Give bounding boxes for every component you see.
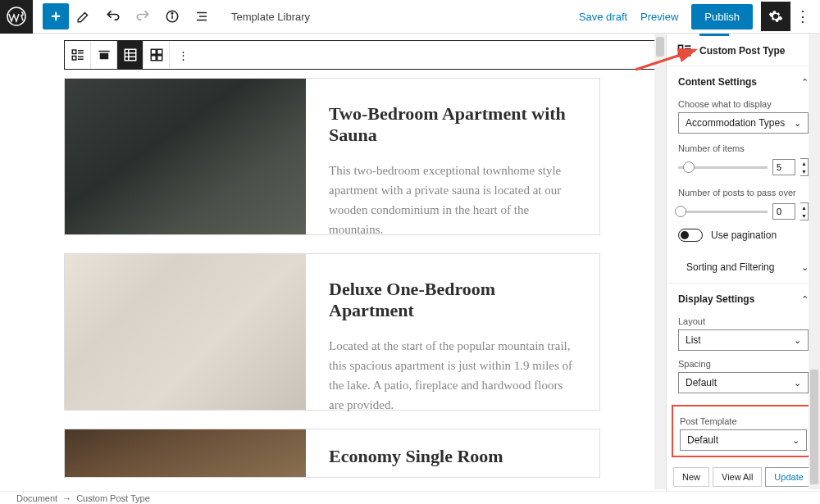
sorting-filtering-toggle[interactable]: Sorting and Filtering ⌄ [667, 252, 820, 283]
svg-rect-20 [157, 49, 162, 54]
breadcrumb-block[interactable]: Custom Post Type [76, 493, 150, 503]
preview-button[interactable]: Preview [640, 11, 678, 23]
breadcrumb-document[interactable]: Document [16, 493, 57, 503]
listing-card: Economy Single Room [64, 429, 600, 478]
undo-icon[interactable] [98, 2, 128, 31]
listing-card: Deluxe One-Bedroom Apartment Located at … [64, 253, 600, 411]
block-more-icon[interactable]: ⋮ [170, 41, 196, 69]
display-settings-header[interactable]: Display Settings ⌃ [667, 283, 820, 311]
pagination-label: Use pagination [711, 229, 777, 241]
listing-body: Economy Single Room [306, 429, 599, 477]
select-value: List [686, 334, 701, 346]
select-value: Default [686, 377, 717, 388]
update-button[interactable]: Update [765, 467, 812, 487]
svg-rect-26 [679, 52, 683, 57]
template-buttons: New View All Update [667, 465, 820, 488]
info-icon[interactable] [157, 2, 187, 31]
listing-title: Deluxe One-Bedroom Apartment [329, 279, 576, 321]
num-items-spinner[interactable]: ▲▼ [800, 158, 809, 176]
chevron-up-icon: ⌃ [801, 77, 809, 88]
num-items-slider[interactable] [678, 166, 768, 169]
pass-over-input[interactable] [772, 203, 795, 220]
listing-description: This two-bedroom exceptional townhome st… [329, 161, 576, 239]
svg-rect-14 [100, 54, 107, 59]
listing-body: Two-Bedroom Apartment with Sauna This tw… [306, 79, 599, 234]
listing-card: Two-Bedroom Apartment with Sauna This tw… [64, 78, 600, 235]
content-settings-body: Choose what to display Accommodation Typ… [667, 99, 820, 252]
settings-gear-button[interactable] [761, 2, 790, 31]
select-value: Accommodation Types [686, 117, 785, 129]
num-items-label: Number of items [678, 143, 809, 153]
sort-filter-label: Sorting and Filtering [678, 261, 774, 273]
block-type-icon[interactable] [65, 41, 91, 69]
editor-topbar: + Template Library Save draft Preview Pu… [0, 0, 820, 34]
chevron-down-icon: ⌄ [794, 335, 801, 346]
svg-rect-15 [125, 49, 136, 61]
listing-title: Economy Single Room [329, 446, 576, 467]
sidebar-scrollbar[interactable] [809, 34, 820, 489]
block-icon [676, 43, 693, 59]
chevron-down-icon: ⌄ [801, 262, 809, 273]
post-template-label: Post Template [680, 416, 807, 426]
listing-thumbnail [65, 254, 306, 410]
editor-canvas: ⋮ Two-Bedroom Apartment with Sauna This … [0, 34, 666, 491]
new-template-button[interactable]: New [673, 467, 709, 487]
chevron-up-icon: ⌃ [801, 294, 809, 305]
settings-sidebar: Custom Post Type Content Settings ⌃ Choo… [666, 34, 820, 491]
content-settings-header[interactable]: Content Settings ⌃ [667, 66, 820, 94]
breadcrumb-bar: Document → Custom Post Type [0, 491, 820, 504]
pass-over-label: Number of posts to pass over [678, 188, 809, 198]
pagination-toggle[interactable] [678, 229, 703, 242]
chevron-down-icon: ⌄ [794, 118, 801, 129]
display-settings-body: Layout List ⌄ Spacing Default ⌄ [667, 316, 820, 403]
svg-rect-7 [72, 50, 76, 54]
highlight-post-template: Post Template Default ⌄ [672, 405, 815, 457]
listing-description: Located at the start of the popular moun… [329, 336, 576, 415]
edit-icon[interactable] [69, 2, 98, 31]
pass-over-slider[interactable] [678, 211, 768, 213]
listing-thumbnail [65, 429, 306, 477]
block-name: Custom Post Type [699, 45, 785, 57]
outline-icon[interactable] [187, 2, 216, 31]
topbar-actions: Save draft Preview Publish ⋮ [579, 2, 820, 31]
wordpress-logo[interactable] [0, 0, 33, 34]
post-template-select[interactable]: Default ⌄ [680, 429, 807, 451]
template-library-link[interactable]: Template Library [231, 11, 310, 23]
svg-point-3 [171, 13, 173, 15]
spacing-label: Spacing [678, 359, 809, 369]
layout-label: Layout [678, 316, 809, 326]
chevron-down-icon: ⌄ [794, 378, 801, 388]
breadcrumb-separator: → [62, 493, 71, 503]
listing-thumbnail [65, 79, 306, 234]
more-menu-icon[interactable]: ⋮ [795, 7, 810, 25]
layout-select[interactable]: List ⌄ [678, 329, 809, 351]
num-items-input[interactable] [772, 159, 795, 175]
canvas-scrollbar[interactable] [654, 34, 666, 489]
section-title: Display Settings [678, 293, 754, 305]
layout-grid-icon[interactable] [144, 41, 170, 69]
add-block-button[interactable]: + [43, 3, 69, 30]
svg-rect-21 [151, 56, 156, 61]
listing-body: Deluxe One-Bedroom Apartment Located at … [306, 254, 599, 410]
layout-list-icon[interactable] [117, 41, 144, 69]
save-draft-button[interactable]: Save draft [579, 11, 627, 23]
display-type-select[interactable]: Accommodation Types ⌄ [678, 112, 809, 134]
view-all-button[interactable]: View All [713, 467, 762, 487]
redo-icon[interactable] [128, 2, 157, 31]
section-title: Content Settings [678, 76, 757, 88]
svg-rect-22 [157, 56, 162, 61]
align-icon[interactable] [91, 41, 117, 69]
svg-rect-23 [679, 45, 683, 49]
listing-title: Two-Bedroom Apartment with Sauna [329, 103, 576, 146]
publish-button[interactable]: Publish [691, 4, 753, 30]
svg-rect-10 [72, 57, 76, 61]
choose-label: Choose what to display [678, 99, 809, 109]
chevron-down-icon: ⌄ [792, 435, 800, 446]
block-header: Custom Post Type [667, 36, 820, 66]
pass-over-spinner[interactable]: ▲▼ [800, 202, 809, 220]
spacing-select[interactable]: Default ⌄ [678, 372, 809, 393]
svg-rect-19 [151, 49, 156, 54]
select-value: Default [687, 434, 718, 446]
block-toolbar: ⋮ [64, 40, 666, 70]
